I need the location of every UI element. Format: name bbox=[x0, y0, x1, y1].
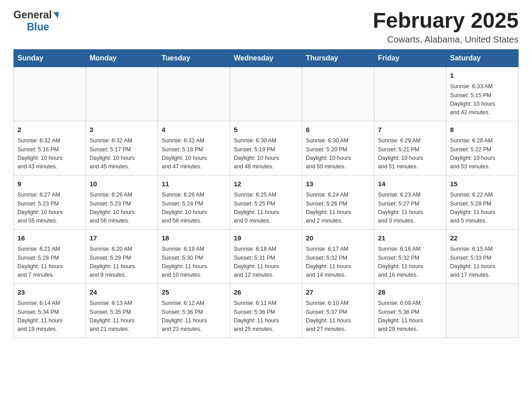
calendar-cell: 1Sunrise: 6:33 AM Sunset: 5:15 PM Daylig… bbox=[446, 67, 519, 121]
calendar-cell: 13Sunrise: 6:24 AM Sunset: 5:26 PM Dayli… bbox=[302, 175, 374, 229]
day-number: 6 bbox=[306, 125, 370, 135]
day-info: Sunrise: 6:10 AM Sunset: 5:37 PM Dayligh… bbox=[306, 299, 370, 334]
day-number: 20 bbox=[306, 233, 370, 244]
day-number: 26 bbox=[234, 287, 298, 298]
day-info: Sunrise: 6:25 AM Sunset: 5:25 PM Dayligh… bbox=[234, 191, 298, 226]
day-info: Sunrise: 6:14 AM Sunset: 5:34 PM Dayligh… bbox=[17, 299, 82, 334]
title-block: February 2025 Cowarts, Alabama, United S… bbox=[373, 9, 519, 45]
day-info: Sunrise: 6:20 AM Sunset: 5:29 PM Dayligh… bbox=[90, 245, 154, 280]
calendar-cell bbox=[374, 67, 446, 121]
day-number: 8 bbox=[450, 125, 515, 135]
calendar-cell bbox=[14, 67, 86, 121]
col-monday: Monday bbox=[86, 49, 158, 67]
day-info: Sunrise: 6:13 AM Sunset: 5:35 PM Dayligh… bbox=[90, 299, 154, 334]
day-info: Sunrise: 6:15 AM Sunset: 5:33 PM Dayligh… bbox=[450, 245, 515, 280]
calendar-cell: 18Sunrise: 6:19 AM Sunset: 5:30 PM Dayli… bbox=[158, 229, 230, 283]
calendar-cell: 7Sunrise: 6:29 AM Sunset: 5:21 PM Daylig… bbox=[374, 121, 446, 175]
day-info: Sunrise: 6:30 AM Sunset: 5:20 PM Dayligh… bbox=[306, 137, 370, 171]
day-number: 15 bbox=[450, 179, 515, 189]
day-number: 12 bbox=[234, 179, 298, 189]
logo-general-text: General bbox=[13, 9, 52, 21]
day-info: Sunrise: 6:17 AM Sunset: 5:32 PM Dayligh… bbox=[306, 245, 370, 280]
day-info: Sunrise: 6:31 AM Sunset: 5:18 PM Dayligh… bbox=[162, 137, 226, 171]
day-number: 25 bbox=[162, 287, 226, 298]
day-info: Sunrise: 6:33 AM Sunset: 5:15 PM Dayligh… bbox=[450, 82, 515, 117]
day-number: 3 bbox=[90, 125, 154, 135]
calendar-cell: 28Sunrise: 6:09 AM Sunset: 5:38 PM Dayli… bbox=[374, 283, 446, 338]
calendar-cell: 19Sunrise: 6:18 AM Sunset: 5:31 PM Dayli… bbox=[230, 229, 302, 283]
day-number: 23 bbox=[17, 287, 82, 298]
day-info: Sunrise: 6:19 AM Sunset: 5:30 PM Dayligh… bbox=[162, 245, 226, 280]
day-info: Sunrise: 6:26 AM Sunset: 5:24 PM Dayligh… bbox=[162, 191, 226, 226]
calendar-cell: 3Sunrise: 6:32 AM Sunset: 5:17 PM Daylig… bbox=[86, 121, 158, 175]
calendar-week-row: 2Sunrise: 6:32 AM Sunset: 5:16 PM Daylig… bbox=[14, 121, 519, 175]
col-wednesday: Wednesday bbox=[230, 49, 302, 67]
calendar-week-row: 16Sunrise: 6:21 AM Sunset: 5:28 PM Dayli… bbox=[14, 229, 519, 283]
day-number: 7 bbox=[378, 125, 442, 135]
col-saturday: Saturday bbox=[446, 49, 519, 67]
day-info: Sunrise: 6:28 AM Sunset: 5:22 PM Dayligh… bbox=[450, 137, 515, 171]
day-number: 24 bbox=[90, 287, 154, 298]
calendar-week-row: 1Sunrise: 6:33 AM Sunset: 5:15 PM Daylig… bbox=[14, 67, 519, 121]
calendar-cell: 16Sunrise: 6:21 AM Sunset: 5:28 PM Dayli… bbox=[14, 229, 86, 283]
day-info: Sunrise: 6:26 AM Sunset: 5:23 PM Dayligh… bbox=[90, 191, 154, 226]
calendar-cell: 25Sunrise: 6:12 AM Sunset: 5:36 PM Dayli… bbox=[158, 283, 230, 338]
calendar-cell: 5Sunrise: 6:30 AM Sunset: 5:19 PM Daylig… bbox=[230, 121, 302, 175]
calendar-week-row: 9Sunrise: 6:27 AM Sunset: 5:23 PM Daylig… bbox=[14, 175, 519, 229]
calendar-week-row: 23Sunrise: 6:14 AM Sunset: 5:34 PM Dayli… bbox=[14, 283, 519, 338]
day-number: 1 bbox=[450, 71, 515, 81]
day-number: 11 bbox=[162, 179, 226, 189]
day-number: 16 bbox=[17, 233, 82, 244]
calendar-cell: 22Sunrise: 6:15 AM Sunset: 5:33 PM Dayli… bbox=[446, 229, 519, 283]
page-title: February 2025 bbox=[373, 9, 519, 33]
calendar-cell: 27Sunrise: 6:10 AM Sunset: 5:37 PM Dayli… bbox=[302, 283, 374, 338]
calendar-cell: 23Sunrise: 6:14 AM Sunset: 5:34 PM Dayli… bbox=[14, 283, 86, 338]
calendar-cell: 14Sunrise: 6:23 AM Sunset: 5:27 PM Dayli… bbox=[374, 175, 446, 229]
day-number: 5 bbox=[234, 125, 298, 135]
calendar-cell: 21Sunrise: 6:16 AM Sunset: 5:32 PM Dayli… bbox=[374, 229, 446, 283]
calendar-cell bbox=[446, 283, 519, 338]
day-info: Sunrise: 6:22 AM Sunset: 5:28 PM Dayligh… bbox=[450, 191, 515, 226]
calendar-cell bbox=[230, 67, 302, 121]
calendar-cell: 11Sunrise: 6:26 AM Sunset: 5:24 PM Dayli… bbox=[158, 175, 230, 229]
day-number: 18 bbox=[162, 233, 226, 244]
logo-triangle-icon bbox=[53, 12, 59, 18]
day-info: Sunrise: 6:11 AM Sunset: 5:36 PM Dayligh… bbox=[234, 299, 298, 334]
logo: General Blue bbox=[13, 9, 59, 33]
col-tuesday: Tuesday bbox=[158, 49, 230, 67]
calendar-cell: 6Sunrise: 6:30 AM Sunset: 5:20 PM Daylig… bbox=[302, 121, 374, 175]
day-info: Sunrise: 6:12 AM Sunset: 5:36 PM Dayligh… bbox=[162, 299, 226, 334]
day-number: 19 bbox=[234, 233, 298, 244]
calendar-cell: 15Sunrise: 6:22 AM Sunset: 5:28 PM Dayli… bbox=[446, 175, 519, 229]
calendar-cell bbox=[158, 67, 230, 121]
day-info: Sunrise: 6:30 AM Sunset: 5:19 PM Dayligh… bbox=[234, 137, 298, 171]
calendar-cell: 20Sunrise: 6:17 AM Sunset: 5:32 PM Dayli… bbox=[302, 229, 374, 283]
page-header: General Blue February 2025 Cowarts, Alab… bbox=[13, 9, 519, 45]
day-info: Sunrise: 6:21 AM Sunset: 5:28 PM Dayligh… bbox=[17, 245, 82, 280]
col-friday: Friday bbox=[374, 49, 446, 67]
calendar-cell: 8Sunrise: 6:28 AM Sunset: 5:22 PM Daylig… bbox=[446, 121, 519, 175]
logo-blue-text: Blue bbox=[27, 21, 49, 33]
day-number: 28 bbox=[378, 287, 442, 298]
col-thursday: Thursday bbox=[302, 49, 374, 67]
day-info: Sunrise: 6:23 AM Sunset: 5:27 PM Dayligh… bbox=[378, 191, 442, 226]
day-info: Sunrise: 6:32 AM Sunset: 5:17 PM Dayligh… bbox=[90, 137, 154, 171]
day-number: 2 bbox=[17, 125, 82, 135]
day-number: 17 bbox=[90, 233, 154, 244]
day-number: 9 bbox=[17, 179, 82, 189]
day-number: 14 bbox=[378, 179, 442, 189]
calendar-cell: 24Sunrise: 6:13 AM Sunset: 5:35 PM Dayli… bbox=[86, 283, 158, 338]
calendar-cell: 10Sunrise: 6:26 AM Sunset: 5:23 PM Dayli… bbox=[86, 175, 158, 229]
page-subtitle: Cowarts, Alabama, United States bbox=[373, 34, 519, 45]
day-number: 4 bbox=[162, 125, 226, 135]
day-info: Sunrise: 6:27 AM Sunset: 5:23 PM Dayligh… bbox=[17, 191, 82, 226]
calendar-cell: 4Sunrise: 6:31 AM Sunset: 5:18 PM Daylig… bbox=[158, 121, 230, 175]
calendar-cell: 26Sunrise: 6:11 AM Sunset: 5:36 PM Dayli… bbox=[230, 283, 302, 338]
calendar-cell: 12Sunrise: 6:25 AM Sunset: 5:25 PM Dayli… bbox=[230, 175, 302, 229]
calendar-cell: 2Sunrise: 6:32 AM Sunset: 5:16 PM Daylig… bbox=[14, 121, 86, 175]
day-info: Sunrise: 6:16 AM Sunset: 5:32 PM Dayligh… bbox=[378, 245, 442, 280]
day-info: Sunrise: 6:18 AM Sunset: 5:31 PM Dayligh… bbox=[234, 245, 298, 280]
day-info: Sunrise: 6:29 AM Sunset: 5:21 PM Dayligh… bbox=[378, 137, 442, 171]
calendar-cell bbox=[86, 67, 158, 121]
col-sunday: Sunday bbox=[14, 49, 86, 67]
